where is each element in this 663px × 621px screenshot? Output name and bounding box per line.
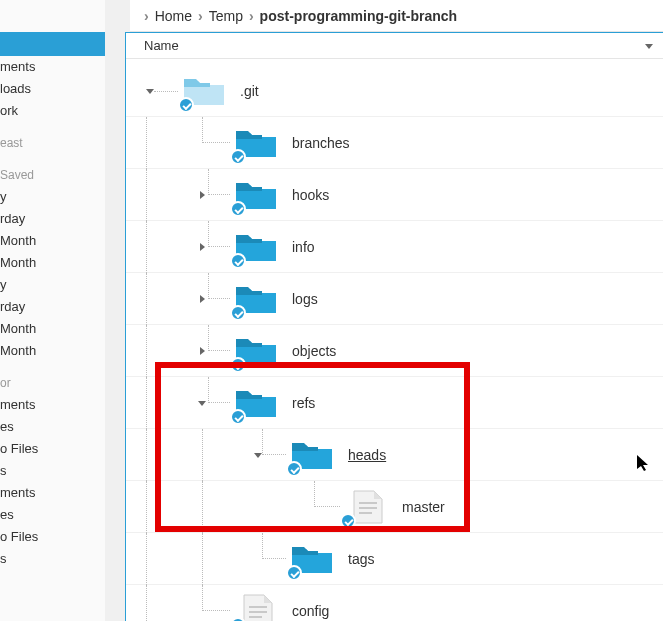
folder-open-icon [182, 73, 226, 109]
sidebar-item[interactable]: ments [0, 482, 105, 504]
folder-icon [290, 541, 334, 577]
sidebar-item[interactable]: ork [0, 100, 105, 122]
breadcrumb-item[interactable]: Temp [209, 8, 243, 24]
sidebar-item[interactable]: Month [0, 252, 105, 274]
sidebar-item[interactable]: Month [0, 318, 105, 340]
folder-icon [290, 437, 334, 473]
sidebar-item[interactable]: es [0, 504, 105, 526]
check-badge-icon [230, 149, 246, 165]
tree-row[interactable]: config [126, 585, 663, 621]
sidebar-heading: or [0, 372, 105, 394]
sidebar-heading: Saved [0, 164, 105, 186]
chevron-right-icon[interactable] [200, 243, 205, 251]
tree-row[interactable]: heads [126, 429, 663, 481]
check-badge-icon [230, 253, 246, 269]
tree-row[interactable]: hooks [126, 169, 663, 221]
check-badge-icon [230, 357, 246, 373]
sidebar-item[interactable]: o Files [0, 438, 105, 460]
check-badge-icon [230, 201, 246, 217]
file-panel: Name .git [125, 32, 663, 621]
sidebar-heading: east [0, 132, 105, 154]
chevron-down-icon[interactable] [254, 453, 262, 458]
tree-row[interactable]: master [126, 481, 663, 533]
file-icon [234, 593, 278, 622]
tree-label: hooks [292, 187, 329, 203]
sidebar-item[interactable]: rday [0, 296, 105, 318]
check-badge-icon [230, 409, 246, 425]
tree-label: refs [292, 395, 315, 411]
tree-label: master [402, 499, 445, 515]
chevron-right-icon[interactable] [200, 295, 205, 303]
chevron-right-icon: › [243, 8, 260, 24]
tree-row[interactable]: objects [126, 325, 663, 377]
check-badge-icon [340, 513, 356, 529]
tree-row[interactable]: .git [126, 65, 663, 117]
sidebar-item-selected[interactable] [0, 32, 105, 56]
tree-row[interactable]: branches [126, 117, 663, 169]
sidebar-item[interactable]: ments [0, 56, 105, 78]
column-header-name[interactable]: Name [126, 33, 663, 59]
breadcrumb[interactable]: › Home › Temp › post-programming-git-bra… [130, 0, 663, 32]
check-badge-icon [178, 97, 194, 113]
sidebar-item[interactable]: y [0, 186, 105, 208]
sidebar-item[interactable]: o Files [0, 526, 105, 548]
folder-icon [234, 229, 278, 265]
breadcrumb-item[interactable]: Home [155, 8, 192, 24]
sidebar: ments loads ork east Saved y rday Month … [0, 0, 105, 621]
sidebar-item[interactable]: es [0, 416, 105, 438]
tree-label: .git [240, 83, 259, 99]
check-badge-icon [286, 461, 302, 477]
sidebar-item[interactable]: Month [0, 230, 105, 252]
chevron-down-icon[interactable] [198, 401, 206, 406]
folder-icon [234, 281, 278, 317]
tree-label: config [292, 603, 329, 619]
sidebar-item[interactable]: s [0, 548, 105, 570]
chevron-right-icon: › [192, 8, 209, 24]
check-badge-icon [286, 565, 302, 581]
sidebar-item[interactable]: Month [0, 340, 105, 362]
chevron-right-icon[interactable] [200, 347, 205, 355]
sidebar-item[interactable]: rday [0, 208, 105, 230]
tree-label: logs [292, 291, 318, 307]
folder-icon [234, 385, 278, 421]
tree-row[interactable]: refs [126, 377, 663, 429]
chevron-right-icon[interactable] [200, 191, 205, 199]
folder-icon [234, 177, 278, 213]
sidebar-item[interactable]: y [0, 274, 105, 296]
sidebar-item[interactable]: s [0, 460, 105, 482]
tree-label: heads [348, 447, 386, 463]
tree-row[interactable]: tags [126, 533, 663, 585]
chevron-down-icon[interactable] [146, 89, 154, 94]
breadcrumb-item[interactable]: post-programming-git-branch [260, 8, 458, 24]
sidebar-item[interactable]: loads [0, 78, 105, 100]
tree-label: objects [292, 343, 336, 359]
chevron-right-icon: › [138, 8, 155, 24]
column-header-label: Name [144, 38, 179, 53]
tree-label: tags [348, 551, 374, 567]
tree: .git branches [126, 59, 663, 621]
tree-row[interactable]: logs [126, 273, 663, 325]
tree-label: info [292, 239, 315, 255]
check-badge-icon [230, 305, 246, 321]
tree-row[interactable]: info [126, 221, 663, 273]
file-icon [344, 489, 388, 525]
tree-label: branches [292, 135, 350, 151]
folder-icon [234, 333, 278, 369]
folder-icon [234, 125, 278, 161]
sidebar-item[interactable]: ments [0, 394, 105, 416]
